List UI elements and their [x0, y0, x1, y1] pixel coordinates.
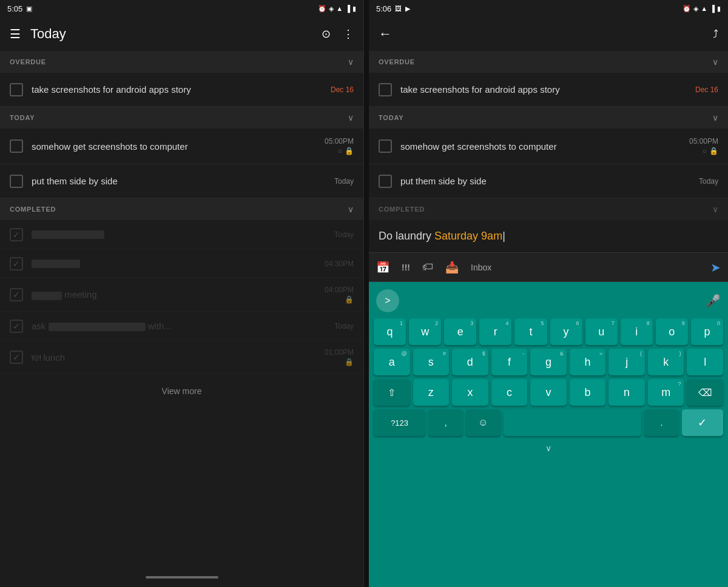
backspace-key[interactable]: ⌫: [687, 379, 723, 406]
back-button[interactable]: ←: [379, 26, 392, 42]
task-checkbox-checked[interactable]: [10, 257, 23, 270]
task-meta: 05:00PM ○ 🔒: [325, 137, 354, 155]
alarm-icon: ○: [703, 147, 707, 155]
table-row[interactable]: somehow get screenshots to computer 05:0…: [0, 129, 363, 164]
task-checkbox[interactable]: [10, 139, 23, 153]
task-time: 04:30PM: [325, 260, 354, 268]
keyboard-mic-icon[interactable]: 🎤: [706, 294, 721, 308]
priority-icon[interactable]: !!!: [402, 263, 410, 272]
task-date: Today: [699, 177, 718, 186]
view-more-button[interactable]: View more: [0, 374, 363, 408]
key-p[interactable]: 0p: [691, 318, 723, 345]
right-overdue-section-header[interactable]: OVERDUE ∨: [369, 51, 728, 73]
keyboard-bottom-bar: ∨: [371, 440, 726, 457]
today-label: TODAY: [10, 114, 35, 121]
task-checkbox[interactable]: [379, 83, 392, 96]
label-icon[interactable]: 🏷: [422, 261, 433, 273]
table-row[interactable]: somehow get screenshots to computer 05:0…: [369, 129, 728, 164]
table-row[interactable]: 04:30PM: [0, 249, 363, 278]
left-status-time: 5:05: [7, 4, 22, 13]
send-button[interactable]: ➤: [710, 260, 721, 275]
key-i[interactable]: 8i: [621, 318, 653, 345]
task-checkbox-checked[interactable]: [10, 320, 23, 333]
task-checkbox-checked[interactable]: [10, 228, 23, 241]
task-text: meeting: [32, 289, 316, 300]
task-input-area[interactable]: Do laundry Saturday 9am|: [369, 220, 728, 253]
task-toolbar: 📅 !!! 🏷 📥 Inbox ➤: [369, 253, 728, 282]
task-checkbox[interactable]: [379, 175, 392, 188]
key-y[interactable]: 6y: [550, 318, 582, 345]
task-checkbox[interactable]: [379, 139, 392, 153]
completed-section-header[interactable]: COMPLETED ∨: [0, 198, 363, 220]
key-c[interactable]: c: [491, 379, 528, 406]
table-row[interactable]: Today: [0, 220, 363, 249]
comma-key[interactable]: ,: [428, 409, 463, 436]
table-row[interactable]: take screenshots for android apps story …: [0, 73, 363, 107]
table-row[interactable]: take screenshots for android apps story …: [369, 73, 728, 107]
key-g[interactable]: &g: [530, 349, 567, 375]
inbox-icon[interactable]: 📥: [445, 261, 459, 274]
key-d[interactable]: $d: [452, 349, 488, 375]
task-checkbox[interactable]: [10, 83, 23, 96]
key-t[interactable]: 5t: [514, 318, 547, 345]
left-scroll-area: OVERDUE ∨ take screenshots for android a…: [0, 51, 363, 568]
table-row[interactable]: put them side by side Today: [0, 164, 363, 198]
key-v[interactable]: v: [530, 379, 567, 406]
key-w[interactable]: 2w: [409, 318, 441, 345]
task-checkbox-checked[interactable]: [10, 288, 23, 301]
task-input-field[interactable]: Do laundry Saturday 9am|: [379, 230, 505, 242]
spacer: [0, 408, 363, 457]
keyboard-expand-button[interactable]: >: [376, 289, 399, 312]
right-wifi-icon: ▲: [701, 5, 707, 12]
key-s[interactable]: #s: [413, 349, 450, 375]
key-z[interactable]: z: [413, 379, 450, 406]
numbers-key[interactable]: ?123: [374, 409, 425, 436]
keyboard-collapse-icon[interactable]: ∨: [545, 443, 551, 453]
task-checkbox[interactable]: [10, 175, 23, 188]
key-n[interactable]: n: [608, 379, 645, 406]
right-scroll-area: OVERDUE ∨ take screenshots for android a…: [369, 51, 728, 220]
key-x[interactable]: x: [452, 379, 488, 406]
target-icon[interactable]: ⊙: [322, 27, 331, 41]
right-completed-label: COMPLETED: [379, 206, 425, 213]
key-q[interactable]: 1q: [374, 318, 406, 345]
key-a[interactable]: @a: [374, 349, 410, 375]
shift-key[interactable]: ⇧: [374, 379, 410, 406]
key-o[interactable]: 9o: [656, 318, 688, 345]
key-f[interactable]: -f: [491, 349, 528, 375]
table-row[interactable]: put them side by side Today: [369, 164, 728, 198]
menu-icon[interactable]: ☰: [10, 27, 21, 41]
key-e[interactable]: 3e: [444, 318, 476, 345]
more-menu-icon[interactable]: ⋮: [343, 27, 354, 41]
open-in-app-icon[interactable]: ⤴: [713, 28, 718, 41]
confirm-key[interactable]: ✓: [682, 409, 723, 436]
task-text: put them side by side: [400, 176, 690, 186]
right-today-chevron-icon: ∨: [712, 113, 718, 122]
emoji-key[interactable]: ☺: [466, 409, 500, 436]
task-meta: 01:00PM 🔒: [325, 348, 354, 366]
today-section-header[interactable]: TODAY ∨: [0, 107, 363, 129]
period-key[interactable]: .: [644, 409, 679, 436]
table-row[interactable]: ask with... Today: [0, 312, 363, 341]
key-m[interactable]: ?m: [648, 379, 684, 406]
key-h[interactable]: =h: [570, 349, 606, 375]
right-completed-section-header[interactable]: COMPLETED ∨: [369, 198, 728, 220]
key-k[interactable]: )k: [648, 349, 684, 375]
calendar-icon[interactable]: 📅: [376, 261, 389, 274]
key-j[interactable]: (j: [608, 349, 645, 375]
task-checkbox-checked[interactable]: [10, 351, 23, 364]
right-app-header: ← ⤴: [369, 17, 728, 51]
right-today-label: TODAY: [379, 114, 403, 121]
key-b[interactable]: b: [570, 379, 606, 406]
key-u[interactable]: 7u: [585, 318, 618, 345]
task-text: somehow get screenshots to computer: [32, 141, 316, 152]
space-key[interactable]: [504, 409, 641, 436]
task-date: Today: [334, 177, 354, 186]
right-today-section-header[interactable]: TODAY ∨: [369, 107, 728, 129]
table-row[interactable]: 🍽 lunch 01:00PM 🔒: [0, 341, 363, 374]
key-r[interactable]: 4r: [479, 318, 511, 345]
right-alarm-icon: ⏰: [682, 5, 691, 13]
overdue-section-header[interactable]: OVERDUE ∨: [0, 51, 363, 73]
table-row[interactable]: meeting 04:00PM 🔒: [0, 278, 363, 312]
key-l[interactable]: l: [687, 349, 723, 375]
